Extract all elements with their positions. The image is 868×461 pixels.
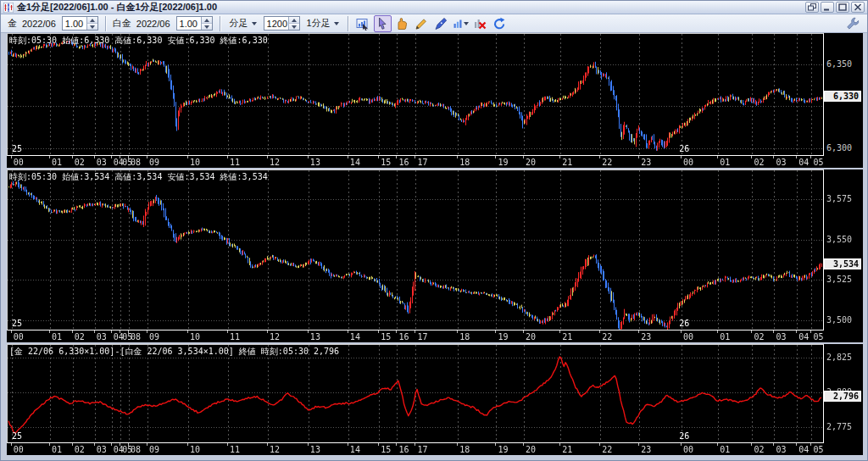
hour-tick-label: 14 (350, 158, 360, 167)
hour-tick-label: 18 (459, 332, 470, 342)
hour-tick-label: 16 (398, 332, 409, 342)
hour-tick-label: 08 (131, 445, 141, 454)
wrench-icon (846, 17, 860, 31)
gold-multiplier-spinner[interactable] (86, 17, 97, 30)
spread-price-axis: 2,8252,8002,7752,796 (824, 344, 863, 455)
hour-tick-label: 17 (417, 332, 427, 342)
bar-count-input[interactable]: 1200 (264, 16, 300, 31)
hour-tick (94, 443, 95, 446)
chart-type-button[interactable] (452, 15, 470, 32)
toolbar-separator (220, 16, 221, 31)
chevron-down-icon (334, 22, 339, 25)
platinum-symbol-label: 白金 (113, 17, 131, 30)
gold-candles-canvas[interactable] (8, 34, 823, 155)
price-tick-label: 3,525 (826, 275, 852, 284)
hour-tick (810, 330, 811, 333)
select-tool-button[interactable] (374, 15, 392, 32)
hour-tick-label: 01 (52, 445, 62, 454)
hour-tick-label: 14 (350, 445, 360, 454)
hour-tick (227, 156, 228, 158)
delete-chart-button[interactable] (471, 15, 489, 32)
hour-tick (523, 156, 524, 158)
hour-tick (751, 443, 752, 446)
pen-tool-button[interactable] (432, 15, 450, 32)
hour-tick (128, 443, 129, 446)
price-tick-label: 6,300 (826, 143, 852, 153)
hour-tick-label: 19 (498, 445, 508, 454)
minimize-button[interactable] (821, 2, 834, 13)
hour-tick (11, 330, 12, 333)
hour-tick (11, 156, 12, 158)
hour-tick-label: 04 (798, 158, 809, 167)
toolbar-separator (105, 16, 107, 31)
hour-tick (348, 156, 348, 158)
platinum-multiplier-input[interactable]: 1.00 (176, 16, 213, 31)
hour-tick-label: 05 (813, 158, 823, 167)
hour-tick (457, 443, 458, 446)
float-window-button[interactable] (805, 2, 819, 13)
hour-tick (415, 443, 415, 446)
hour-tick (495, 156, 496, 158)
gold-month-label: 2022/06 (22, 19, 56, 29)
hour-tick (147, 156, 147, 158)
platinum-price-axis: 3,5753,5503,5253,5003,534 (824, 169, 863, 342)
hour-tick-label: 11 (230, 332, 240, 342)
settings-wrench-icon[interactable] (843, 15, 861, 32)
chart-cursor-tool-button[interactable] (354, 15, 372, 32)
gold-plot[interactable]: 時刻:05:30 始値:6,330 高値:6,330 安値:6,330 終値:6… (7, 33, 824, 156)
platinum-plot[interactable]: 時刻:05:30 始値:3,534 高値:3,534 安値:3,534 終値:3… (7, 169, 824, 330)
chevron-down-icon (464, 22, 469, 25)
hour-tick (681, 330, 682, 333)
hour-tick (49, 330, 50, 333)
spread-line-canvas[interactable] (8, 345, 823, 442)
close-button[interactable] (851, 2, 865, 13)
hour-tick-label: 03 (97, 332, 107, 342)
app-icon (3, 3, 14, 13)
hour-tick (523, 330, 524, 333)
hour-tick-label: 16 (398, 445, 409, 454)
maximize-button[interactable] (836, 2, 849, 13)
hand-tool-button[interactable] (393, 15, 411, 32)
hour-tick (128, 156, 129, 158)
gold-symbol-label: 金 (8, 17, 17, 30)
hour-tick (120, 156, 120, 158)
hour-tick-label: 17 (417, 158, 427, 167)
hour-tick (72, 443, 73, 446)
hour-tick (457, 156, 458, 158)
hour-tick (187, 443, 188, 446)
titlebar[interactable]: 金1分足[2022/06]1.00 - 白金1分足[2022/06]1.00 (1, 1, 867, 14)
hour-tick-label: 00 (683, 445, 693, 454)
hour-tick (227, 330, 228, 333)
hour-tick (599, 330, 600, 333)
hour-tick-label: 20 (526, 445, 536, 454)
price-tick-label: 2,775 (826, 422, 852, 431)
hour-tick-label: 20 (526, 158, 536, 167)
hour-tick-label: 19 (498, 158, 508, 167)
hour-tick (378, 156, 379, 158)
hour-tick-label: 01 (52, 332, 62, 342)
hour-tick (523, 443, 524, 446)
spread-chart-panel: [金 22/06 6,330×1.00]-[白金 22/06 3,534×1.0… (7, 344, 863, 455)
spread-plot[interactable]: [金 22/06 6,330×1.00]-[白金 22/06 3,534×1.0… (7, 344, 824, 443)
hour-tick (72, 330, 73, 333)
hour-tick-label: 02 (754, 445, 764, 454)
pencil-tool-button[interactable] (413, 15, 431, 32)
hour-tick (599, 156, 600, 158)
platinum-multiplier-spinner[interactable] (201, 17, 212, 30)
hour-tick (267, 156, 268, 158)
platinum-candles-canvas[interactable] (8, 170, 823, 330)
refresh-button[interactable] (491, 15, 509, 32)
bar-count-spinner[interactable] (288, 17, 299, 30)
hour-tick (120, 443, 120, 446)
hour-tick (773, 330, 774, 333)
hour-tick-label: 01 (720, 332, 730, 342)
hour-tick-label: 10 (190, 158, 200, 167)
hour-tick (638, 156, 639, 158)
gold-multiplier-input[interactable]: 1.00 (62, 16, 98, 31)
bar-type-select[interactable]: 分足 (227, 16, 259, 31)
hour-tick (396, 443, 397, 446)
hour-tick (111, 330, 112, 333)
hour-tick-label: 23 (641, 332, 651, 342)
hour-tick (796, 443, 797, 446)
bar-interval-select[interactable]: 1分足 (304, 16, 342, 31)
